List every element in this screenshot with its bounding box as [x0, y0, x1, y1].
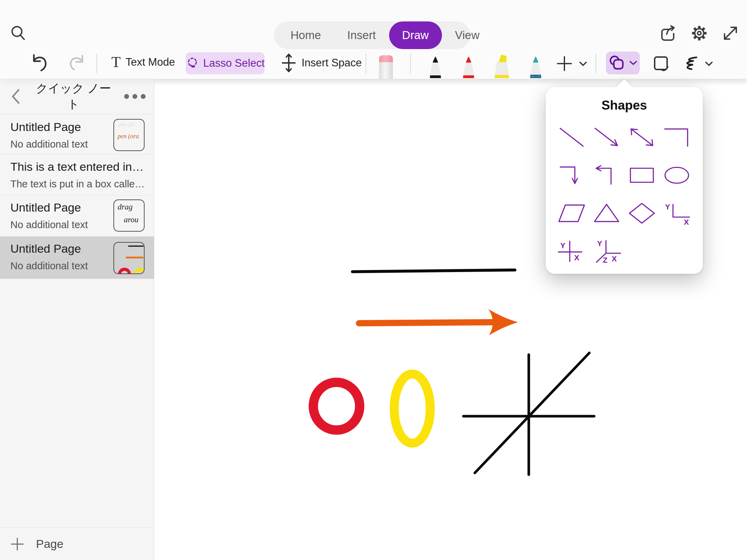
- app-header: Home Insert Draw View: [0, 0, 747, 79]
- insert-space-icon: [281, 53, 297, 73]
- page-list-item-selected[interactable]: Untitled Page No additional text: [0, 236, 154, 279]
- sticky-note-icon: [653, 55, 670, 72]
- text-mode-button[interactable]: T Text Mode: [111, 55, 175, 70]
- share-icon: [659, 25, 676, 42]
- text-mode-label: Text Mode: [126, 56, 175, 68]
- shape-elbow-arrow-left[interactable]: [589, 157, 625, 194]
- tab-draw[interactable]: Draw: [389, 21, 442, 49]
- toolbar-divider: [366, 54, 366, 74]
- svg-text:X: X: [684, 218, 689, 226]
- ink-squiggle-icon: [680, 55, 699, 72]
- ink-axes-cross[interactable]: [463, 353, 594, 475]
- tab-view[interactable]: View: [442, 21, 493, 49]
- sticky-note-button[interactable]: [652, 55, 670, 73]
- page-title: Untitled Page: [10, 201, 114, 214]
- expand-icon: [722, 25, 739, 42]
- svg-text:X: X: [574, 253, 579, 262]
- red-pen-tool[interactable]: [460, 55, 478, 80]
- shape-ellipse[interactable]: [660, 157, 695, 194]
- lasso-select-label: Lasso Select: [203, 57, 265, 69]
- add-page-label: Page: [36, 537, 63, 551]
- page-subtitle: No additional text: [10, 219, 114, 231]
- shapes-popup: Shapes: [546, 87, 703, 274]
- add-pen-button[interactable]: [555, 55, 588, 73]
- thumbnail-text: pen (bl: [114, 120, 144, 128]
- undo-icon: [30, 53, 48, 73]
- page-list-item[interactable]: Untitled Page No additional text pen (bl…: [0, 115, 154, 154]
- ink-red-circle[interactable]: [313, 382, 360, 430]
- toolbar-divider: [96, 54, 97, 74]
- ribbon-tab-group: Home Insert Draw View: [274, 21, 470, 49]
- shape-parallelogram[interactable]: [554, 195, 589, 232]
- notebook-title: クイック ノート: [31, 81, 116, 112]
- galaxy-pen-tool[interactable]: [527, 55, 545, 80]
- black-pen-icon: [426, 55, 444, 79]
- ink-yellow-ellipse[interactable]: [394, 374, 430, 443]
- ink-style-button[interactable]: [680, 55, 714, 72]
- fullscreen-button[interactable]: [721, 24, 739, 42]
- page-title: Untitled Page: [10, 242, 114, 255]
- list-divider: [0, 279, 154, 279]
- shapes-button[interactable]: [606, 52, 640, 74]
- shape-axes-xy-cross[interactable]: YX: [554, 233, 589, 270]
- redo-icon: [68, 54, 86, 72]
- shape-elbow-arrow-down[interactable]: [554, 157, 589, 194]
- page-subtitle: The text is put in a box called…: [10, 178, 149, 190]
- chevron-down-icon: [629, 60, 638, 66]
- shape-triangle[interactable]: [589, 195, 625, 232]
- page-list-item[interactable]: Untitled Page No additional text drag ar…: [0, 195, 154, 236]
- search-button[interactable]: [8, 24, 28, 43]
- shape-diagonal-arrow[interactable]: [589, 119, 625, 156]
- page-subtitle: No additional text: [10, 260, 114, 272]
- text-mode-icon: T: [111, 55, 121, 70]
- page-list-sidebar: クイック ノート Untitled Page No additional tex…: [0, 79, 154, 560]
- yellow-highlighter-icon: [491, 53, 513, 79]
- chevron-left-icon: [10, 88, 21, 105]
- shapes-icon: [608, 54, 626, 72]
- ink-orange-arrow[interactable]: [359, 309, 518, 335]
- toolbar-divider: [410, 54, 411, 74]
- shape-elbow-line[interactable]: [660, 119, 695, 156]
- ink-black-line[interactable]: [352, 270, 515, 272]
- page-list-item[interactable]: This is a text entered in… The text is p…: [0, 155, 154, 195]
- svg-text:X: X: [612, 254, 617, 263]
- insert-space-label: Insert Space: [302, 57, 362, 69]
- insert-space-button[interactable]: Insert Space: [281, 53, 362, 73]
- thumbnail-drawing: [114, 243, 145, 274]
- notebook-more-button[interactable]: [116, 86, 154, 107]
- shape-axes-xyz[interactable]: YZX: [589, 233, 625, 270]
- red-pen-icon: [460, 55, 478, 79]
- chevron-down-icon: [578, 60, 588, 67]
- page-thumbnail: drag arou: [113, 199, 145, 232]
- tab-home[interactable]: Home: [277, 21, 334, 49]
- ellipsis-icon: [123, 94, 146, 99]
- gear-icon: [690, 24, 708, 42]
- page-title: Untitled Page: [10, 120, 114, 134]
- drawing-canvas[interactable]: Shapes: [154, 79, 747, 560]
- back-button[interactable]: [0, 86, 31, 107]
- shape-diamond[interactable]: [624, 195, 660, 232]
- lasso-select-button[interactable]: Lasso Select: [186, 52, 265, 74]
- shapes-popup-title: Shapes: [546, 98, 703, 113]
- undo-button[interactable]: [30, 53, 48, 73]
- tab-insert[interactable]: Insert: [334, 21, 389, 49]
- chevron-down-icon: [704, 60, 714, 67]
- thumbnail-text: pen (ora: [114, 128, 144, 140]
- search-icon: [10, 24, 26, 42]
- shape-rectangle[interactable]: [624, 157, 660, 194]
- black-pen-tool[interactable]: [426, 55, 444, 80]
- svg-text:Y: Y: [560, 241, 565, 250]
- redo-button[interactable]: [68, 54, 86, 72]
- eraser-tool[interactable]: [378, 55, 394, 80]
- shape-axes-xy[interactable]: YX: [660, 195, 695, 232]
- shape-diagonal-double-arrow[interactable]: [624, 119, 660, 156]
- settings-button[interactable]: [690, 24, 708, 42]
- share-button[interactable]: [659, 24, 677, 42]
- yellow-highlighter-tool[interactable]: [491, 53, 513, 80]
- page-thumbnail: pen (bl pen (ora: [113, 119, 145, 151]
- shape-diagonal-line[interactable]: [554, 119, 589, 156]
- sidebar-header: クイック ノート: [0, 79, 154, 114]
- svg-text:Z: Z: [603, 256, 608, 264]
- add-page-button[interactable]: Page: [0, 528, 154, 560]
- toolbar-divider: [596, 54, 596, 74]
